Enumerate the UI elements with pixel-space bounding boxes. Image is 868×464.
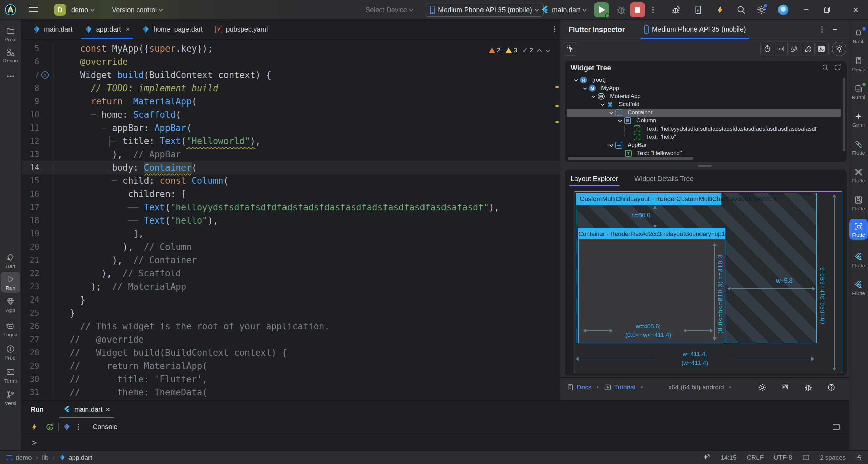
code-line-10[interactable]: 10 ─ home: Scaffold( <box>22 108 560 121</box>
tree-node-MyApp[interactable]: MMyApp <box>567 84 841 92</box>
layout-settings-icon[interactable] <box>832 423 840 431</box>
line-number[interactable]: 16 <box>22 188 39 201</box>
tool-strip-item-flutter[interactable]: Flutte <box>849 252 868 268</box>
file-encoding[interactable]: UTF-8 <box>774 454 792 461</box>
window-restore[interactable] <box>823 0 831 20</box>
line-number[interactable]: 5 <box>22 42 39 55</box>
settings-button[interactable] <box>757 0 766 20</box>
line-number[interactable]: 17 <box>22 201 39 214</box>
chevron-down-icon[interactable] <box>609 143 613 147</box>
show-baselines-button[interactable]: AA <box>788 42 801 56</box>
close-icon[interactable]: × <box>126 25 130 33</box>
editor-tab-pubspec-yaml[interactable]: Ypubspec.yaml <box>209 20 274 39</box>
project-switcher[interactable]: demo <box>71 0 94 20</box>
tool-strip-item-flutter[interactable]: Flutte <box>849 279 868 296</box>
device-selector[interactable]: Medium Phone API 35 (mobile) <box>425 0 544 20</box>
code-line-29[interactable]: 29// return MaterialApp( <box>22 360 560 373</box>
tool-strip-item-sparkle[interactable]: Gemi <box>849 111 868 128</box>
tool-strip-item-shapes[interactable]: Resou <box>1 47 20 63</box>
hide-panel-button[interactable]: − <box>832 24 837 35</box>
window-minimize[interactable]: − <box>799 0 814 20</box>
refresh-icon[interactable] <box>834 64 841 71</box>
inspection-highlight-icon[interactable] <box>802 454 810 461</box>
code-line-22[interactable]: 22 ), // Scaffold <box>22 267 560 280</box>
code-line-30[interactable]: 30// title: 'Flutter', <box>22 373 560 386</box>
debug-button[interactable] <box>616 0 626 20</box>
line-number[interactable]: 9 <box>22 95 39 108</box>
code-line-23[interactable]: 23 ); // MaterialApp <box>22 280 560 293</box>
line-number[interactable]: 27 <box>22 333 39 346</box>
search-everywhere-button[interactable] <box>736 0 746 20</box>
main-menu-button[interactable] <box>29 0 38 20</box>
breadcrumb-folder[interactable]: lib <box>42 454 48 461</box>
puzzle-icon[interactable] <box>781 383 789 391</box>
line-number[interactable]: 18 <box>22 214 39 227</box>
tab-layout-explorer[interactable]: Layout Explorer <box>569 172 619 186</box>
ai-assistant-icon[interactable] <box>702 453 710 462</box>
line-number[interactable]: 21 <box>22 254 39 267</box>
tool-strip-item-gem[interactable]: App <box>1 296 20 313</box>
code-line-21[interactable]: 21 ), // Container <box>22 254 560 267</box>
inspector-device-tab[interactable]: Medium Phone API 35 (mobile) <box>640 20 749 39</box>
line-number[interactable]: 26 <box>22 320 39 333</box>
tool-strip-item-link[interactable]: Flutte <box>849 139 868 156</box>
run-configuration[interactable]: main.dart <box>541 0 586 20</box>
ai-actions-button[interactable] <box>716 0 724 20</box>
code-line-14[interactable]: 14 body: Container( <box>22 161 560 174</box>
custom-multi-child-layout-box[interactable]: CustomMultiChildLayout - RenderCustomMul… <box>576 193 817 343</box>
line-number[interactable]: 8 <box>22 82 39 95</box>
code-line-26[interactable]: 26 // This widget is the root of your ap… <box>22 320 560 333</box>
indent-setting[interactable]: 2 spaces <box>820 454 846 461</box>
console-label[interactable]: Console <box>93 423 117 431</box>
code-line-27[interactable]: 27// @override <box>22 333 560 346</box>
override-gutter-icon[interactable]: ↑ <box>41 71 49 79</box>
vertical-scrollbar[interactable] <box>843 78 845 151</box>
tree-node-Text[interactable]: └TText: "hello" <box>567 133 841 141</box>
code-line-28[interactable]: 28// Widget build(BuildContext context) … <box>22 346 560 360</box>
chevron-down-icon[interactable] <box>592 94 595 98</box>
tree-node-Scaffold[interactable]: ⌘Scaffold <box>567 100 841 109</box>
line-number[interactable]: 15 <box>22 174 39 188</box>
more-actions-menu[interactable] <box>652 0 654 20</box>
tool-strip-item-logcat[interactable]: Logca <box>1 321 20 337</box>
line-number[interactable]: 24 <box>22 293 39 307</box>
run-button[interactable] <box>594 0 609 20</box>
code-line-13[interactable]: 13 ), // AppBar <box>22 148 560 161</box>
tool-strip-item-branch[interactable]: Versi <box>1 389 20 406</box>
horizontal-scrollbar[interactable] <box>568 157 693 160</box>
bug-icon[interactable] <box>804 383 812 391</box>
close-icon[interactable]: × <box>106 406 110 413</box>
line-number[interactable]: 12 <box>22 135 39 148</box>
line-number[interactable]: 19 <box>22 227 39 240</box>
tool-strip-item-problems[interactable]: Probl <box>1 344 20 361</box>
code-line-19[interactable]: 19 ], <box>22 227 560 240</box>
tool-strip-item-dart-analysis[interactable]: Dart <box>1 252 20 269</box>
chevron-down-icon[interactable] <box>583 86 587 90</box>
tool-strip-item-terminal[interactable]: Termi <box>1 367 20 384</box>
breadcrumb-project[interactable]: demo <box>16 454 32 461</box>
editor-tab-home_page-dart[interactable]: home_page.dart <box>136 20 209 39</box>
code-line-9[interactable]: 9 return MaterialApp( <box>22 95 560 108</box>
container-render-box[interactable]: Container - RenderFlex#d2cc3 relayoutBou… <box>578 228 725 343</box>
line-number[interactable]: 23 <box>22 280 39 293</box>
code-line-25[interactable]: 25} <box>22 307 560 320</box>
tool-strip-item-tools[interactable]: Flutte <box>849 167 868 183</box>
code-line-6[interactable]: 6 @override <box>22 55 560 69</box>
tool-strip-item-play[interactable]: Run <box>1 272 20 293</box>
kebab-icon[interactable] <box>78 423 79 431</box>
line-number[interactable]: 31 <box>22 386 39 399</box>
editor-tab-main-dart[interactable]: main.dart <box>26 20 78 39</box>
prev-problem-icon[interactable] <box>537 49 542 54</box>
tool-strip-item-more[interactable] <box>1 71 20 82</box>
tree-node-Text[interactable]: TText: "Helloworld" <box>567 149 841 157</box>
tree-node-root[interactable]: R[root] <box>567 76 841 84</box>
hot-reload-icon[interactable] <box>31 423 38 431</box>
line-number[interactable]: 10 <box>22 108 39 121</box>
code-line-5[interactable]: 5 const MyApp({super.key}); <box>22 42 560 55</box>
device-mirror-button[interactable] <box>694 0 703 20</box>
code-line-20[interactable]: 20 ), // Column <box>22 240 560 254</box>
line-number[interactable]: 29 <box>22 360 39 373</box>
code-line-16[interactable]: 16 children: [ <box>22 188 560 201</box>
vcs-menu[interactable]: Version control <box>112 0 162 20</box>
line-number[interactable]: 14 <box>22 161 39 174</box>
